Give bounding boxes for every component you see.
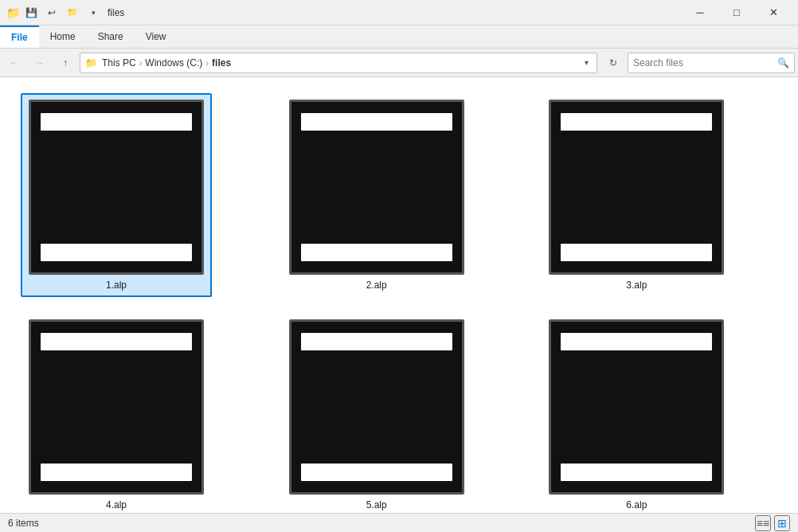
- thumb-bar-bottom: [561, 244, 712, 261]
- thumb-bar-bottom: [301, 464, 452, 481]
- quick-access-toolbar: 📁 💾 ↩ 📁 ▾: [6, 3, 103, 22]
- list-view-button[interactable]: ≡≡: [755, 515, 771, 531]
- file-area[interactable]: 1.alp 2.alp 3.alp 4.alp 5.al: [0, 77, 798, 513]
- thumb-bar-top: [561, 333, 712, 350]
- search-icon[interactable]: 🔍: [777, 57, 789, 68]
- tab-home[interactable]: Home: [39, 25, 87, 48]
- path-windows-c: Windows (C:): [145, 57, 202, 68]
- tab-file[interactable]: File: [0, 25, 39, 48]
- title-bar: 📁 💾 ↩ 📁 ▾ files ─ □ ✕: [0, 0, 798, 25]
- grid-view-button[interactable]: ⊞: [774, 515, 790, 531]
- undo-icon: ↩: [48, 7, 56, 18]
- address-box[interactable]: 📁 This PC › Windows (C:) › files ▾: [80, 53, 597, 73]
- window-title: files: [108, 7, 124, 18]
- thumb-bar-top: [301, 333, 452, 350]
- back-button[interactable]: ←: [3, 53, 25, 73]
- undo-button[interactable]: ↩: [42, 3, 61, 22]
- tab-view[interactable]: View: [135, 25, 178, 48]
- path-this-pc: This PC: [102, 57, 136, 68]
- file-item[interactable]: 3.alp: [541, 93, 732, 297]
- file-thumbnail: [29, 319, 204, 495]
- file-thumbnail: [549, 100, 724, 275]
- status-bar: 6 items ≡≡ ⊞: [0, 513, 798, 532]
- thumb-bar-bottom: [301, 244, 452, 261]
- up-button[interactable]: ↑: [54, 53, 76, 73]
- file-thumbnail: [289, 100, 464, 275]
- file-item[interactable]: 5.alp: [281, 313, 472, 513]
- save-icon: 💾: [25, 7, 37, 18]
- file-item[interactable]: 6.alp: [541, 313, 732, 513]
- file-item[interactable]: 1.alp: [21, 93, 212, 297]
- file-label: 3.alp: [626, 280, 647, 291]
- file-thumbnail: [289, 319, 464, 495]
- window-controls: ─ □ ✕: [682, 0, 792, 25]
- refresh-button[interactable]: ↻: [602, 53, 624, 73]
- thumb-bar-bottom: [41, 244, 192, 261]
- file-label: 4.alp: [106, 499, 127, 510]
- thumb-bar-top: [561, 113, 712, 131]
- maximize-button[interactable]: □: [718, 0, 755, 25]
- thumb-bar-top: [301, 113, 452, 131]
- ribbon-tabs: File Home Share View: [0, 25, 798, 48]
- search-box[interactable]: 🔍: [628, 53, 795, 73]
- thumb-bar-top: [41, 333, 192, 350]
- thumb-bar-top: [41, 113, 192, 131]
- forward-button[interactable]: →: [29, 53, 51, 73]
- file-grid: 1.alp 2.alp 3.alp 4.alp 5.al: [13, 85, 785, 513]
- file-item[interactable]: 4.alp: [21, 313, 212, 513]
- status-right: ≡≡ ⊞: [755, 515, 790, 531]
- thumb-bar-bottom: [561, 464, 712, 481]
- file-label: 6.alp: [626, 499, 647, 510]
- address-path: 📁 This PC › Windows (C:) › files: [85, 57, 231, 68]
- file-label: 2.alp: [366, 280, 387, 291]
- quick-dropdown-button[interactable]: ▾: [84, 3, 103, 22]
- close-button[interactable]: ✕: [755, 0, 792, 25]
- folder-icon: 📁: [6, 6, 20, 19]
- item-count: 6 items: [8, 518, 39, 529]
- new-folder-icon: 📁: [67, 7, 78, 18]
- file-thumbnail: [29, 100, 204, 275]
- tab-share[interactable]: Share: [87, 25, 135, 48]
- file-label: 1.alp: [106, 280, 127, 291]
- address-bar-row: ← → ↑ 📁 This PC › Windows (C:) › files ▾…: [0, 49, 798, 77]
- new-folder-quick-button[interactable]: 📁: [63, 3, 82, 22]
- main-area: 1.alp 2.alp 3.alp 4.alp 5.al: [0, 77, 798, 513]
- save-button[interactable]: 💾: [22, 3, 41, 22]
- file-item[interactable]: 2.alp: [281, 93, 472, 297]
- file-thumbnail: [549, 319, 724, 495]
- ribbon: File Home Share View: [0, 25, 798, 49]
- thumb-bar-bottom: [41, 464, 192, 481]
- search-input[interactable]: [633, 57, 777, 68]
- minimize-button[interactable]: ─: [682, 0, 718, 25]
- path-files: files: [212, 57, 231, 68]
- file-label: 5.alp: [366, 499, 387, 510]
- path-folder-icon: 📁: [85, 57, 97, 68]
- address-dropdown-button[interactable]: ▾: [581, 58, 592, 67]
